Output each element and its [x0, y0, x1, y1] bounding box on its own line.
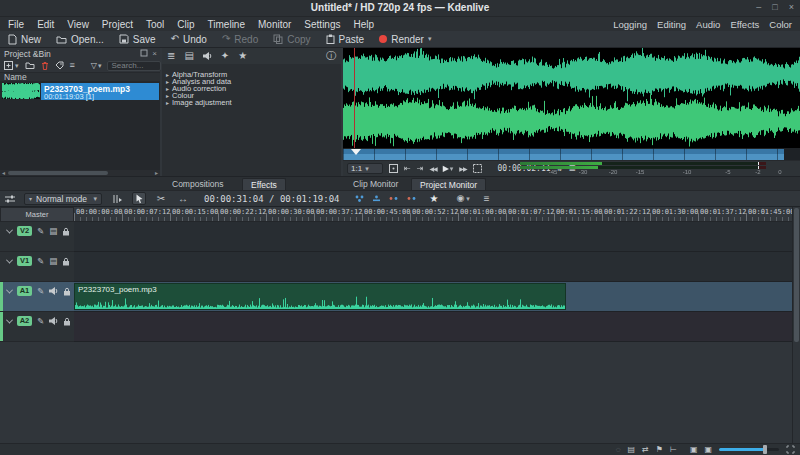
copy-button[interactable]: Copy	[273, 34, 310, 45]
filter-button[interactable]: ▽ ▾	[91, 62, 102, 70]
open-button[interactable]: Open...	[56, 34, 104, 45]
timeline-menu-icon[interactable]: ≡	[484, 194, 490, 204]
menu-settings[interactable]: Settings	[304, 19, 340, 30]
monitor-zoom-select[interactable]: 1:1 ▾	[347, 163, 383, 174]
undo-button[interactable]: ↶ Undo	[171, 34, 207, 45]
video-track-icon[interactable]: ▤	[49, 257, 57, 266]
audio-thumbnail-toggle-icon[interactable]: ▣	[704, 446, 712, 454]
track-badge[interactable]: A1	[17, 286, 32, 296]
track-header-a2[interactable]: A2 ✎	[0, 312, 74, 342]
maximize-icon[interactable]: □	[772, 2, 777, 12]
zone-mode-icon[interactable]	[473, 164, 482, 173]
monitor-display[interactable]	[343, 48, 800, 148]
track-a2-content[interactable]	[74, 312, 792, 342]
timeline-zoom-slider[interactable]	[719, 448, 779, 451]
master-button[interactable]: Master	[0, 207, 74, 222]
track-v1-content[interactable]	[74, 252, 792, 282]
render-caret-icon[interactable]: ▾	[428, 35, 432, 43]
show-audio-thumbnails-icon[interactable]: ⇄	[642, 446, 649, 454]
redo-button[interactable]: ↷ Redo	[222, 34, 258, 45]
thumbnail-toggle-icon[interactable]: ▣	[690, 446, 698, 454]
video-track-icon[interactable]: ▤	[49, 227, 57, 236]
menu-monitor[interactable]: Monitor	[258, 19, 291, 30]
track-badge[interactable]: V1	[17, 256, 32, 266]
playhead-position[interactable]: 00:00:31:04	[204, 194, 264, 204]
lock-icon[interactable]	[62, 227, 70, 236]
menu-tool[interactable]: Tool	[146, 19, 164, 30]
scrollbar-thumb[interactable]	[8, 171, 108, 175]
track-a1-content[interactable]: P2323703_poem.mp3	[74, 282, 792, 312]
menu-file[interactable]: File	[8, 19, 24, 30]
create-folder-icon[interactable]	[25, 61, 35, 70]
new-button[interactable]: New	[8, 34, 41, 45]
chevron-down-icon[interactable]	[6, 286, 13, 293]
menu-clip[interactable]: Clip	[177, 19, 194, 30]
fit-zoom-icon[interactable]	[786, 445, 795, 454]
workspace-effects[interactable]: Effects	[730, 19, 759, 30]
selection-tool-button[interactable]	[132, 192, 146, 205]
zone-out-icon[interactable]: ⇥	[417, 165, 424, 173]
track-tools-icon[interactable]	[110, 192, 124, 205]
track-badge[interactable]: A2	[17, 316, 32, 326]
track-header-v1[interactable]: V1 ✎ ▤	[0, 252, 74, 282]
scrollbar-thumb[interactable]	[794, 208, 799, 342]
track-effects-icon[interactable]: ✎	[37, 317, 44, 326]
paste-button[interactable]: Paste	[326, 34, 365, 45]
track-badge[interactable]: V2	[17, 226, 32, 236]
favorite-effects-icon[interactable]: ★	[238, 51, 247, 61]
favorite-effects-icon[interactable]: ★	[429, 194, 438, 204]
workspace-color[interactable]: Color	[769, 19, 792, 30]
close-icon[interactable]: ×	[789, 2, 794, 12]
tag-icon[interactable]	[55, 61, 64, 70]
zone-in-icon[interactable]: ⇤	[404, 165, 411, 173]
extract-zone-icon[interactable]	[389, 196, 399, 201]
play-button[interactable]: ▶ ▾	[443, 165, 454, 173]
audio-clip[interactable]: P2323703_poem.mp3	[74, 283, 566, 310]
timeline-settings-icon[interactable]	[5, 194, 16, 204]
razor-tool-button[interactable]: ✂	[154, 192, 168, 205]
delete-icon[interactable]	[41, 61, 49, 70]
menu-view[interactable]: View	[67, 19, 89, 30]
track-header-v2[interactable]: V2 ✎ ▤	[0, 222, 74, 252]
chevron-down-icon[interactable]	[6, 226, 13, 233]
workspace-logging[interactable]: Logging	[613, 19, 647, 30]
active-track-strip[interactable]	[0, 282, 3, 311]
minimize-icon[interactable]: –	[756, 2, 761, 12]
render-button[interactable]: Render ▾	[379, 34, 431, 45]
menu-edit[interactable]: Edit	[37, 19, 54, 30]
add-clip-button[interactable]: ▾	[4, 61, 19, 70]
lift-zone-icon[interactable]	[407, 196, 417, 201]
rewind-icon[interactable]: ◀◀	[429, 166, 436, 172]
track-effects-icon[interactable]: ✎	[37, 227, 44, 236]
menu-timeline[interactable]: Timeline	[208, 19, 245, 30]
track-v2-content[interactable]	[74, 222, 792, 252]
custom-effect-icon[interactable]: ✦	[221, 51, 229, 61]
audio-track-icon[interactable]	[49, 287, 58, 295]
close-panel-icon[interactable]: ×	[152, 49, 157, 58]
scroll-right-icon[interactable]: ▸	[155, 169, 158, 176]
forward-icon[interactable]: ▶▶	[459, 166, 466, 172]
name-column-header[interactable]: Name	[0, 72, 160, 82]
float-panel-icon[interactable]	[140, 49, 148, 58]
track-effects-icon[interactable]: ✎	[37, 257, 44, 266]
view-mode-icon[interactable]: ≡	[70, 61, 75, 70]
monitor-playhead-marker[interactable]	[351, 149, 361, 155]
monitor-ruler[interactable]	[343, 148, 800, 160]
category-image-adjustment[interactable]: ▸ Image adjustment	[162, 99, 341, 106]
spacer-tool-button[interactable]: ↔	[176, 192, 190, 205]
show-markers-icon[interactable]: ⚑	[656, 446, 663, 454]
lock-icon[interactable]	[63, 317, 71, 326]
zoom-slider-handle[interactable]	[763, 445, 767, 454]
menu-project[interactable]: Project	[102, 19, 133, 30]
insert-zone-icon[interactable]	[372, 195, 381, 202]
mute-icon[interactable]: ◌	[616, 446, 621, 454]
effects-list-icon[interactable]: ≣	[167, 51, 175, 61]
monitor-overlay-icon[interactable]	[389, 164, 398, 173]
edit-mode-select[interactable]: ▾ Normal mode ▾	[24, 193, 102, 205]
active-track-strip[interactable]	[0, 312, 3, 341]
lock-icon[interactable]	[63, 287, 71, 296]
save-button[interactable]: Save	[119, 34, 156, 45]
track-header-a1[interactable]: A1 ✎	[0, 282, 74, 312]
workspace-editing[interactable]: Editing	[657, 19, 686, 30]
scroll-left-icon[interactable]: ◂	[2, 169, 5, 176]
